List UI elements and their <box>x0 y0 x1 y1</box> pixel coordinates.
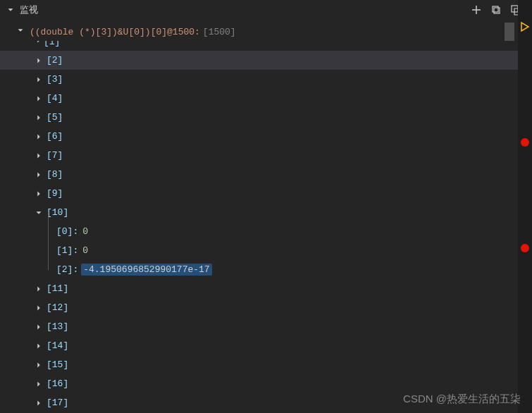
tree-index: [7] <box>47 150 63 161</box>
tree-index: [5] <box>47 112 63 123</box>
tree-index: [17] <box>47 397 68 408</box>
chevron-right-icon[interactable] <box>34 132 44 142</box>
tree-child-index: [2]: <box>56 264 78 275</box>
chevron-right-icon[interactable] <box>34 94 44 104</box>
tree-index: [2] <box>47 55 63 66</box>
chevron-right-icon[interactable] <box>34 303 44 313</box>
chevron-right-icon[interactable] <box>34 322 44 332</box>
tree-item-12[interactable]: [12] <box>0 298 532 317</box>
tree-index: [14] <box>47 340 68 351</box>
chevron-down-icon[interactable] <box>34 208 44 218</box>
watch-content: ((double (*)[3])&U[0])[0]@1500: [1500] [… <box>0 20 532 412</box>
tree-item-5[interactable]: [5] <box>0 108 532 127</box>
chevron-right-icon[interactable] <box>34 360 44 370</box>
tree-item-11[interactable]: [11] <box>0 279 532 298</box>
chevron-right-icon[interactable] <box>34 341 44 351</box>
chevron-right-icon[interactable] <box>34 398 44 408</box>
collapse-all-icon[interactable] <box>490 4 502 16</box>
chevron-right-icon[interactable] <box>34 170 44 180</box>
tree-child-index: [0]: <box>56 226 78 237</box>
tree-item-14[interactable]: [14] <box>0 336 532 355</box>
tree-item-10[interactable]: [10] <box>0 203 532 222</box>
tree-index: [4] <box>47 93 63 104</box>
chevron-right-icon[interactable] <box>34 151 44 161</box>
tree-child-value: 0 <box>82 245 88 256</box>
tree-child-10-2[interactable]: [2]: -4.1950696852990177e-17 <box>0 260 532 279</box>
tree-index: [6] <box>47 131 63 142</box>
tree-guide-line <box>48 211 49 270</box>
expression-text: ((double (*)[3])&U[0])[0]@1500: <box>30 27 200 37</box>
tree-index: [9] <box>47 188 63 199</box>
tree-item-15[interactable]: [15] <box>0 355 532 374</box>
breakpoint-marker[interactable] <box>521 138 529 147</box>
tree-item-4[interactable]: [4] <box>0 89 532 108</box>
chevron-right-icon[interactable] <box>34 56 44 66</box>
tree-child-value: 0 <box>82 226 88 237</box>
tree-item-7[interactable]: [7] <box>0 146 532 165</box>
expression-value: [1500] <box>203 27 236 37</box>
tree-index: [8] <box>47 169 63 180</box>
chevron-right-icon[interactable] <box>34 41 44 48</box>
add-icon[interactable] <box>470 4 483 16</box>
tree-item-1-partial[interactable]: [1] <box>0 41 532 51</box>
tree-index: [13] <box>47 321 68 332</box>
chevron-right-icon[interactable] <box>34 379 44 389</box>
svg-rect-0 <box>493 6 498 12</box>
panel-header: 监视 <box>0 0 532 20</box>
chevron-right-icon[interactable] <box>34 75 44 85</box>
scrollbar-thumb[interactable] <box>505 23 514 41</box>
right-edge-gutter <box>518 0 532 413</box>
tree-index: [3] <box>47 74 63 85</box>
tree-child-value-selected: -4.1950696852990177e-17 <box>81 264 211 276</box>
tree-item-2[interactable]: [2] <box>0 51 532 70</box>
tree-item-9[interactable]: [9] <box>0 184 532 203</box>
breakpoint-marker[interactable] <box>521 244 529 252</box>
tree-item-16[interactable]: [16] <box>0 374 532 393</box>
tree-index: [15] <box>47 359 68 370</box>
chevron-down-icon[interactable] <box>16 25 25 38</box>
tree-index: [12] <box>47 302 68 313</box>
chevron-down-icon[interactable] <box>6 5 16 15</box>
tree-item-3[interactable]: [3] <box>0 70 532 89</box>
watermark-text: CSDN @热爱生活的五柒 <box>403 393 521 406</box>
tree-child-10-0[interactable]: [0]: 0 <box>0 222 532 241</box>
panel-title: 监视 <box>20 4 470 16</box>
tree-child-10-1[interactable]: [1]: 0 <box>0 241 532 260</box>
tree-index: [1] <box>44 41 60 47</box>
chevron-right-icon[interactable] <box>34 284 44 294</box>
tree-item-6[interactable]: [6] <box>0 127 532 146</box>
tree-index: [10] <box>47 207 68 218</box>
tree-index: [16] <box>47 378 68 389</box>
continue-icon[interactable] <box>519 21 531 32</box>
watch-panel: 监视 ((double (*)[3])&U[0])[0]@1500: [1500… <box>0 0 532 413</box>
tree-item-13[interactable]: [13] <box>0 317 532 336</box>
watch-expression-row[interactable]: ((double (*)[3])&U[0])[0]@1500: [1500] <box>0 23 532 41</box>
tree-child-index: [1]: <box>56 245 78 256</box>
svg-rect-1 <box>494 8 500 13</box>
chevron-right-icon[interactable] <box>34 189 44 199</box>
tree-item-8[interactable]: [8] <box>0 165 532 184</box>
tree-index: [11] <box>47 283 68 294</box>
chevron-right-icon[interactable] <box>34 113 44 123</box>
